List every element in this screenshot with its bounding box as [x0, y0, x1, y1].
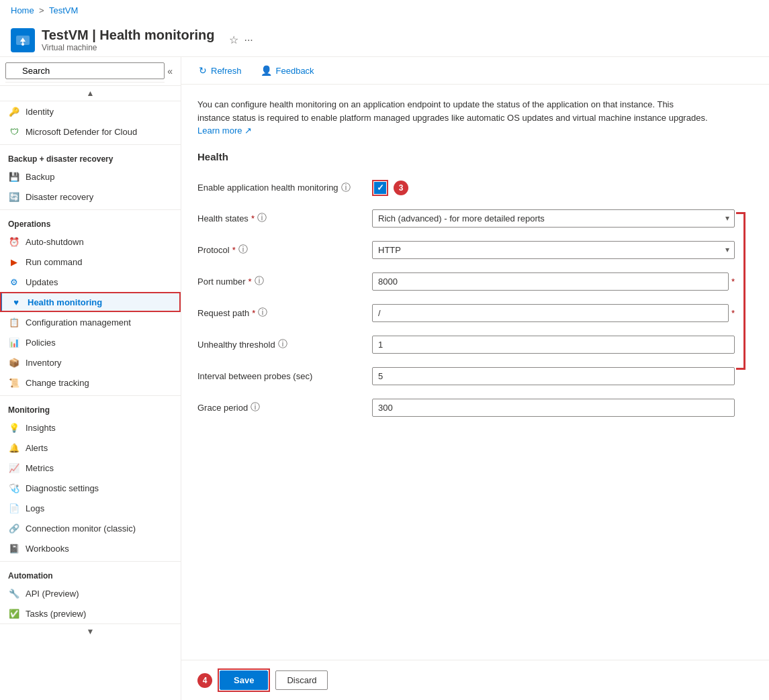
step3-badge: 3	[394, 181, 408, 195]
port-info-icon[interactable]: ⓘ	[255, 275, 264, 287]
interval-input[interactable]	[372, 367, 735, 385]
grace-period-input[interactable]	[372, 399, 735, 417]
sidebar-item-tasks-preview[interactable]: ✅ Tasks (preview)	[0, 603, 181, 623]
updates-icon: ⚙	[8, 276, 20, 288]
required-indicator: *	[248, 277, 252, 287]
sidebar-item-workbooks[interactable]: 📓 Workbooks	[0, 538, 181, 558]
port-number-control	[372, 272, 729, 291]
protocol-select-wrapper: HTTP ▾	[372, 241, 735, 259]
sidebar-item-config-management[interactable]: 📋 Configuration management	[0, 312, 181, 332]
health-states-select[interactable]: Rich (advanced) - for more detailed repo…	[372, 209, 735, 228]
health-states-row: Health states * ⓘ Rich (advanced) - for …	[197, 203, 735, 234]
enable-health-label: Enable application health monitoring ⓘ	[197, 182, 372, 194]
sidebar-item-defender[interactable]: 🛡 Microsoft Defender for Cloud	[0, 121, 181, 142]
checkbox-area: ✓ 3	[372, 180, 735, 196]
breadcrumb-vm[interactable]: TestVM	[49, 5, 78, 15]
connection-monitor-icon: 🔗	[8, 522, 20, 534]
enable-health-checkbox[interactable]: ✓	[374, 182, 386, 194]
sidebar-item-alerts[interactable]: 🔔 Alerts	[0, 438, 181, 458]
sidebar-item-label: Logs	[26, 503, 44, 513]
sidebar-item-api-preview[interactable]: 🔧 API (Preview)	[0, 583, 181, 603]
section-label-operations: Operations	[0, 213, 181, 232]
request-path-input[interactable]	[372, 304, 729, 322]
sidebar-item-auto-shutdown[interactable]: ⏰ Auto-shutdown	[0, 232, 181, 252]
page-title: TestVM | Health monitoring	[42, 28, 214, 43]
divider	[0, 209, 181, 210]
alerts-icon: 🔔	[8, 442, 20, 454]
sidebar-item-label: Backup	[26, 172, 54, 182]
refresh-button[interactable]: ↻ Refresh	[195, 62, 246, 79]
sidebar-item-connection-monitor[interactable]: 🔗 Connection monitor (classic)	[0, 518, 181, 538]
breadcrumb-home[interactable]: Home	[11, 5, 34, 15]
port-number-input[interactable]	[372, 272, 729, 291]
section-label-automation: Automation	[0, 564, 181, 583]
more-options-icon[interactable]: ···	[244, 34, 253, 46]
feedback-button[interactable]: 👤 Feedback	[257, 62, 318, 79]
grace-period-label: Grace period ⓘ	[197, 401, 372, 413]
sidebar-item-updates[interactable]: ⚙ Updates	[0, 272, 181, 292]
sidebar-item-disaster-recovery[interactable]: 🔄 Disaster recovery	[0, 187, 181, 207]
app-container: Home > TestVM TestVM | Health monitoring…	[0, 0, 769, 700]
section-label-monitoring: Monitoring	[0, 399, 181, 417]
required-indicator: *	[251, 213, 255, 223]
scroll-down-arrow[interactable]: ▼	[87, 627, 95, 636]
sidebar-item-label: Updates	[26, 277, 58, 287]
sidebar-item-label: Inventory	[26, 358, 61, 368]
refresh-label: Refresh	[211, 66, 242, 76]
sidebar-item-identity[interactable]: 🔑 Identity	[0, 101, 181, 121]
sidebar-item-policies[interactable]: 📊 Policies	[0, 332, 181, 352]
grace-period-info-icon[interactable]: ⓘ	[251, 401, 260, 413]
save-button[interactable]: Save	[220, 670, 268, 690]
divider	[0, 395, 181, 396]
sidebar-item-inventory[interactable]: 📦 Inventory	[0, 352, 181, 372]
feedback-icon: 👤	[261, 65, 272, 76]
insights-icon: 💡	[8, 421, 20, 434]
interval-control	[372, 367, 735, 385]
checkbox-check-icon: ✓	[377, 183, 384, 192]
unhealthy-threshold-input[interactable]	[372, 336, 735, 354]
enable-health-control: ✓ 3	[372, 180, 735, 196]
enable-health-info-icon[interactable]: ⓘ	[341, 182, 351, 194]
protocol-label: Protocol * ⓘ	[197, 244, 372, 256]
sidebar-item-insights[interactable]: 💡 Insights	[0, 417, 181, 438]
sidebar-item-metrics[interactable]: 📈 Metrics	[0, 458, 181, 478]
protocol-info-icon[interactable]: ⓘ	[238, 244, 248, 256]
sidebar-item-label: Connection monitor (classic)	[26, 523, 136, 534]
favorite-icon[interactable]: ☆	[229, 34, 238, 46]
enable-health-row: Enable application health monitoring ⓘ ✓	[197, 173, 735, 203]
header-actions: ☆ ···	[229, 34, 253, 46]
sidebar-item-label: Configuration management	[26, 317, 131, 328]
sidebar-item-logs[interactable]: 📄 Logs	[0, 498, 181, 518]
learn-more-link[interactable]: Learn more ↗	[197, 126, 252, 136]
step4-badge: 4	[197, 673, 212, 688]
metrics-icon: 📈	[8, 462, 20, 474]
scroll-up-arrow[interactable]: ▲	[87, 89, 95, 98]
main-content: ↻ Refresh 👤 Feedback You can configure h…	[181, 57, 769, 700]
unhealthy-threshold-info-icon[interactable]: ⓘ	[278, 338, 287, 350]
main-layout: « ▲ 🔑 Identity 🛡 Microsoft Defender for …	[0, 57, 769, 700]
sidebar-item-label: Workbooks	[26, 544, 69, 554]
sidebar-item-label: Change tracking	[26, 378, 89, 388]
protocol-select[interactable]: HTTP	[372, 241, 735, 259]
request-required-star: *	[731, 308, 735, 318]
sidebar-item-label: Insights	[26, 423, 56, 433]
sidebar-item-label: Alerts	[26, 443, 48, 453]
sidebar-item-label: Health monitoring	[28, 297, 102, 307]
disaster-recovery-icon: 🔄	[8, 191, 20, 203]
discard-button[interactable]: Discard	[275, 670, 328, 690]
sidebar-item-run-command[interactable]: ▶ Run command	[0, 252, 181, 272]
section-label-backup: Backup + disaster recovery	[0, 148, 181, 166]
feedback-label: Feedback	[276, 66, 314, 76]
search-input[interactable]	[5, 62, 165, 79]
health-states-info-icon[interactable]: ⓘ	[257, 212, 267, 224]
request-path-info-icon[interactable]: ⓘ	[258, 307, 267, 319]
diagnostic-icon: 🩺	[8, 482, 20, 494]
sidebar-item-change-tracking[interactable]: 📜 Change tracking	[0, 372, 181, 393]
sidebar-item-label: Metrics	[26, 463, 54, 473]
footer: 4 Save Discard	[181, 660, 769, 700]
sidebar-item-backup[interactable]: 💾 Backup	[0, 166, 181, 187]
sidebar-item-health-monitoring[interactable]: ♥ Health monitoring	[0, 292, 181, 312]
sidebar-collapse-button[interactable]: «	[165, 63, 175, 79]
sidebar-item-diagnostic-settings[interactable]: 🩺 Diagnostic settings	[0, 478, 181, 498]
health-states-label: Health states * ⓘ	[197, 212, 372, 224]
